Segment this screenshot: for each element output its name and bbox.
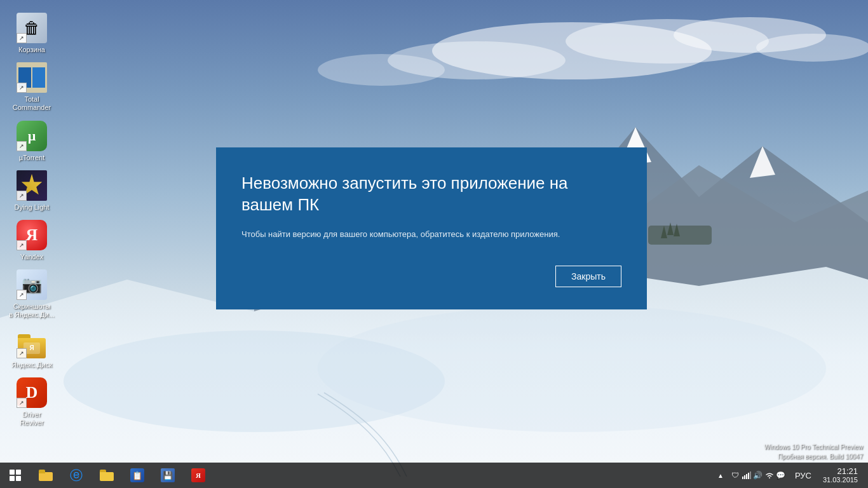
driver-reviver-label: Driver Reviver [20,410,43,427]
utorrent-label: µTorrent [19,154,45,162]
utorrent-icon: µ ↗ [17,121,47,151]
desktop-icon-yandex-disk[interactable]: Я ↗ Яндекс.Диск [6,328,57,369]
svg-point-3 [388,41,566,79]
svg-point-1 [432,22,712,79]
show-hidden-icons-button[interactable]: ▲ [716,472,725,479]
total-commander-icon: ↗ [17,62,47,93]
svg-marker-12 [750,146,775,178]
dialog-close-button[interactable]: Закрыть [555,266,621,287]
tray-icons: 🛡 🔊 [728,463,789,488]
screenshots-icon: 📷 ↗ [17,269,47,300]
svg-rect-19 [746,474,747,479]
svg-point-5 [318,54,445,86]
desktop-icons-container: 🗑 ↗ Корзина ↗ Total Commander µ [0,6,64,438]
tray-security-icon[interactable]: 🛡 [730,470,740,480]
shortcut-arrow: ↗ [17,348,27,358]
shortcut-arrow: ↗ [17,83,27,93]
windows-media-icon: 📋 [130,468,145,483]
internet-explorer-icon: ⓔ [69,468,84,483]
clock-date: 31.03.2015 [823,476,858,484]
yandex-icon: Я ↗ [17,220,47,250]
svg-point-15 [318,305,826,432]
dialog-subtitle: Чтобы найти версию для вашего компьютера… [241,229,621,240]
shortcut-arrow: ↗ [17,191,27,201]
desktop-icon-dying-light[interactable]: ↗ Dying Light [6,170,57,212]
yandex-label: Yandex [20,253,44,261]
wifi-icon [765,471,774,480]
taskbar-item-windows-media[interactable]: 📋 [122,463,153,488]
svg-rect-21 [750,471,751,479]
recycle-bin-icon: 🗑 ↗ [17,13,47,43]
taskbar-clock[interactable]: 21:21 31.03.2015 [818,463,863,488]
svg-point-14 [64,330,445,432]
notepad-icon: 💾 [160,468,175,483]
svg-rect-18 [744,475,745,479]
shortcut-arrow: ↗ [17,240,27,250]
shortcut-arrow: ↗ [17,33,27,43]
taskbar-item-internet-explorer[interactable]: ⓔ [61,463,92,488]
yandex-disk-label: Яндекс.Диск [11,361,52,369]
svg-point-2 [566,19,769,64]
folder-icon [99,468,114,483]
yandex-browser-icon: Я [191,468,206,483]
dying-light-label: Dying Light [14,203,49,212]
dialog-buttons: Закрыть [241,266,621,287]
tray-network-icon[interactable] [764,470,775,480]
file-explorer-icon [38,468,53,483]
taskbar-item-notepad[interactable]: 💾 [153,463,183,488]
dying-light-icon: ↗ [17,170,47,201]
windows-version-text: Windows 10 Pro Technical Preview Пробная… [764,442,863,461]
svg-point-6 [756,34,868,62]
language-indicator[interactable]: РУС [791,471,815,480]
driver-reviver-icon: D ↗ [17,377,47,408]
taskbar-tray: ▲ 🛡 🔊 [716,463,868,488]
taskbar-item-yandex-browser[interactable]: Я [183,463,214,488]
clock-time: 21:21 [837,466,858,477]
desktop-icon-utorrent[interactable]: µ ↗ µTorrent [6,121,57,162]
signal-bars [742,471,751,480]
recycle-bin-label: Корзина [18,46,45,54]
error-dialog: Невозможно запустить это приложение на в… [216,147,647,309]
yandex-tb-logo: Я [191,468,205,482]
svg-rect-16 [648,226,712,245]
svg-rect-20 [748,473,749,479]
windows-logo-icon [10,470,21,481]
taskbar-pinned-items: ⓔ 📋 💾 [31,463,716,488]
desktop-icon-yandex[interactable]: Я ↗ Yandex [6,220,57,261]
tray-message-icon[interactable]: 💬 [776,470,786,480]
yandex-disk-icon: Я ↗ [17,328,47,358]
shortcut-arrow: ↗ [17,398,27,408]
taskbar-item-folder[interactable] [92,463,122,488]
desktop: 🗑 ↗ Корзина ↗ Total Commander µ [0,0,868,488]
desktop-icon-screenshots[interactable]: 📷 ↗ Скриншоты в Яндекс.Ди... [6,269,57,319]
screenshots-label: Скриншоты в Яндекс.Ди... [9,302,55,319]
desktop-icon-driver-reviver[interactable]: D ↗ Driver Reviver [6,377,57,427]
tray-volume-icon[interactable]: 🔊 [753,470,763,480]
desktop-icon-recycle-bin[interactable]: 🗑 ↗ Корзина [6,13,57,54]
total-commander-label: Total Commander [13,95,51,112]
win-version-line2: Пробная версия. Build 10047 [764,452,863,461]
shortcut-arrow: ↗ [17,141,27,151]
desktop-icon-total-commander[interactable]: ↗ Total Commander [6,62,57,112]
tray-signal-icon[interactable] [742,470,752,480]
win-version-line1: Windows 10 Pro Technical Preview [764,442,863,452]
dialog-title: Невозможно запустить это приложение на в… [241,173,621,216]
start-button[interactable] [0,463,31,488]
taskbar-item-file-explorer[interactable] [31,463,61,488]
shortcut-arrow: ↗ [17,290,27,300]
svg-point-4 [674,17,826,53]
svg-rect-17 [742,477,743,479]
taskbar: ⓔ 📋 💾 [0,463,868,488]
